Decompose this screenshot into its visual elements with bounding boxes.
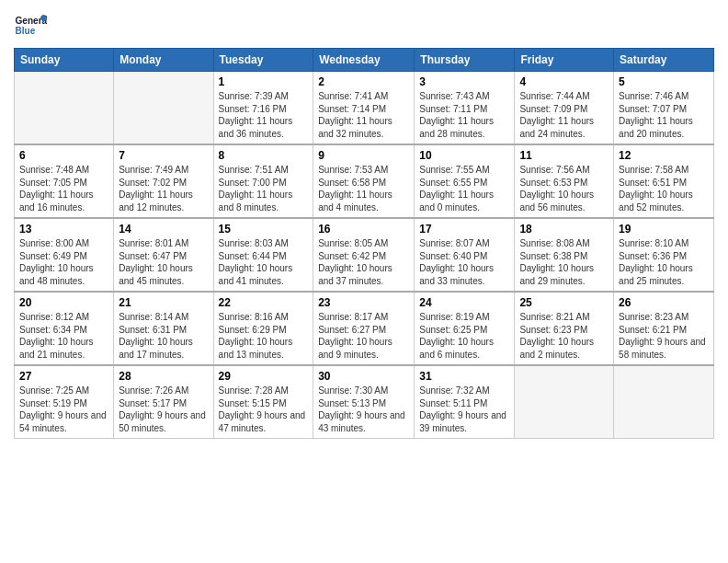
day-number: 19 (619, 223, 709, 236)
sunrise-text: Sunrise: 7:55 AM (419, 165, 489, 175)
daylight-text: Daylight: 9 hours and 43 minutes. (318, 410, 405, 433)
day-info: Sunrise: 7:39 AMSunset: 7:16 PMDaylight:… (219, 90, 309, 140)
day-number: 23 (318, 296, 409, 309)
logo: General Blue (14, 9, 47, 42)
day-info: Sunrise: 8:21 AMSunset: 6:23 PMDaylight:… (519, 311, 609, 361)
daylight-text: Daylight: 10 hours and 45 minutes. (119, 263, 193, 286)
day-info: Sunrise: 8:07 AMSunset: 6:40 PMDaylight:… (419, 237, 509, 287)
daylight-text: Daylight: 10 hours and 48 minutes. (19, 263, 94, 286)
sunset-text: Sunset: 6:21 PM (619, 325, 687, 335)
sunrise-text: Sunrise: 7:32 AM (419, 385, 489, 396)
sunset-text: Sunset: 6:29 PM (219, 325, 287, 335)
daylight-text: Daylight: 11 hours and 32 minutes. (318, 116, 392, 139)
sunrise-text: Sunrise: 8:23 AM (619, 312, 688, 322)
sunset-text: Sunset: 6:53 PM (519, 178, 587, 188)
day-number: 30 (318, 370, 409, 383)
day-number: 27 (19, 370, 108, 383)
day-number: 2 (318, 75, 409, 88)
logo-icon: General Blue (14, 9, 47, 42)
sunset-text: Sunset: 6:51 PM (619, 178, 687, 188)
daylight-text: Daylight: 11 hours and 0 minutes. (419, 190, 494, 213)
calendar-day-cell: 22Sunrise: 8:16 AMSunset: 6:29 PMDayligh… (213, 292, 313, 365)
daylight-text: Daylight: 10 hours and 56 minutes. (519, 190, 594, 213)
sunrise-text: Sunrise: 8:21 AM (519, 312, 589, 322)
day-info: Sunrise: 8:00 AMSunset: 6:49 PMDaylight:… (19, 237, 108, 287)
sunrise-text: Sunrise: 8:08 AM (519, 238, 589, 248)
daylight-text: Daylight: 10 hours and 33 minutes. (419, 263, 494, 286)
sunset-text: Sunset: 6:44 PM (219, 251, 287, 261)
day-number: 14 (119, 223, 208, 236)
sunset-text: Sunset: 7:05 PM (19, 178, 87, 188)
calendar-week-row: 20Sunrise: 8:12 AMSunset: 6:34 PMDayligh… (15, 292, 714, 365)
day-info: Sunrise: 8:01 AMSunset: 6:47 PMDaylight:… (119, 237, 208, 287)
sunrise-text: Sunrise: 7:48 AM (19, 165, 89, 175)
daylight-text: Daylight: 10 hours and 52 minutes. (619, 190, 693, 213)
header-friday: Friday (515, 49, 614, 72)
sunset-text: Sunset: 7:14 PM (318, 104, 386, 114)
daylight-text: Daylight: 10 hours and 37 minutes. (318, 263, 392, 286)
sunset-text: Sunset: 6:23 PM (519, 325, 587, 335)
day-number: 6 (19, 149, 108, 162)
calendar-day-cell: 8Sunrise: 7:51 AMSunset: 7:00 PMDaylight… (213, 144, 313, 218)
day-number: 17 (419, 223, 509, 236)
header-tuesday: Tuesday (213, 49, 313, 72)
daylight-text: Daylight: 11 hours and 24 minutes. (519, 116, 594, 139)
day-number: 11 (519, 149, 609, 162)
calendar-day-cell (15, 72, 114, 145)
calendar-day-cell: 31Sunrise: 7:32 AMSunset: 5:11 PMDayligh… (415, 365, 515, 439)
calendar-day-cell: 21Sunrise: 8:14 AMSunset: 6:31 PMDayligh… (114, 292, 213, 365)
day-info: Sunrise: 8:17 AMSunset: 6:27 PMDaylight:… (318, 311, 409, 361)
sunset-text: Sunset: 5:11 PM (419, 398, 487, 408)
sunrise-text: Sunrise: 7:46 AM (619, 91, 688, 101)
calendar-day-cell: 16Sunrise: 8:05 AMSunset: 6:42 PMDayligh… (313, 218, 415, 292)
sunset-text: Sunset: 6:27 PM (318, 325, 386, 335)
daylight-text: Daylight: 10 hours and 29 minutes. (519, 263, 594, 286)
sunrise-text: Sunrise: 8:01 AM (119, 238, 188, 248)
daylight-text: Daylight: 10 hours and 41 minutes. (219, 263, 293, 286)
sunrise-text: Sunrise: 7:56 AM (519, 165, 589, 175)
calendar-day-cell: 15Sunrise: 8:03 AMSunset: 6:44 PMDayligh… (213, 218, 313, 292)
day-info: Sunrise: 7:28 AMSunset: 5:15 PMDaylight:… (219, 385, 309, 434)
daylight-text: Daylight: 10 hours and 21 minutes. (19, 337, 94, 360)
calendar-header-row: Sunday Monday Tuesday Wednesday Thursday… (15, 49, 714, 72)
sunset-text: Sunset: 6:49 PM (19, 251, 87, 261)
day-number: 4 (519, 75, 609, 88)
sunrise-text: Sunrise: 8:14 AM (119, 312, 188, 322)
day-info: Sunrise: 7:51 AMSunset: 7:00 PMDaylight:… (219, 164, 309, 213)
daylight-text: Daylight: 11 hours and 8 minutes. (219, 190, 293, 213)
day-info: Sunrise: 7:56 AMSunset: 6:53 PMDaylight:… (519, 164, 609, 213)
calendar-day-cell: 28Sunrise: 7:26 AMSunset: 5:17 PMDayligh… (114, 365, 213, 439)
calendar-day-cell: 14Sunrise: 8:01 AMSunset: 6:47 PMDayligh… (114, 218, 213, 292)
day-number: 7 (119, 149, 208, 162)
calendar-day-cell: 9Sunrise: 7:53 AMSunset: 6:58 PMDaylight… (313, 144, 415, 218)
sunrise-text: Sunrise: 7:43 AM (419, 91, 489, 101)
day-number: 26 (619, 296, 709, 309)
calendar-day-cell: 27Sunrise: 7:25 AMSunset: 5:19 PMDayligh… (15, 365, 114, 439)
calendar-day-cell (614, 365, 714, 439)
sunset-text: Sunset: 6:40 PM (419, 251, 487, 261)
sunset-text: Sunset: 7:07 PM (619, 104, 687, 114)
sunset-text: Sunset: 6:42 PM (318, 251, 386, 261)
sunrise-text: Sunrise: 8:03 AM (219, 238, 289, 248)
day-number: 9 (318, 149, 409, 162)
day-number: 13 (19, 223, 108, 236)
sunrise-text: Sunrise: 7:44 AM (519, 91, 589, 101)
sunrise-text: Sunrise: 7:49 AM (119, 165, 188, 175)
sunrise-text: Sunrise: 7:26 AM (119, 385, 188, 396)
day-info: Sunrise: 7:44 AMSunset: 7:09 PMDaylight:… (519, 90, 609, 140)
day-number: 28 (119, 370, 208, 383)
day-number: 8 (219, 149, 309, 162)
day-number: 18 (519, 223, 609, 236)
sunrise-text: Sunrise: 7:53 AM (318, 165, 388, 175)
day-number: 25 (519, 296, 609, 309)
sunset-text: Sunset: 6:58 PM (318, 178, 386, 188)
sunset-text: Sunset: 6:38 PM (519, 251, 587, 261)
daylight-text: Daylight: 11 hours and 28 minutes. (419, 116, 494, 139)
calendar-day-cell: 24Sunrise: 8:19 AMSunset: 6:25 PMDayligh… (415, 292, 515, 365)
day-info: Sunrise: 7:48 AMSunset: 7:05 PMDaylight:… (19, 164, 108, 213)
sunset-text: Sunset: 6:55 PM (419, 178, 487, 188)
day-number: 16 (318, 223, 409, 236)
calendar-day-cell: 3Sunrise: 7:43 AMSunset: 7:11 PMDaylight… (415, 72, 515, 145)
header-sunday: Sunday (15, 49, 114, 72)
daylight-text: Daylight: 9 hours and 39 minutes. (419, 410, 506, 433)
